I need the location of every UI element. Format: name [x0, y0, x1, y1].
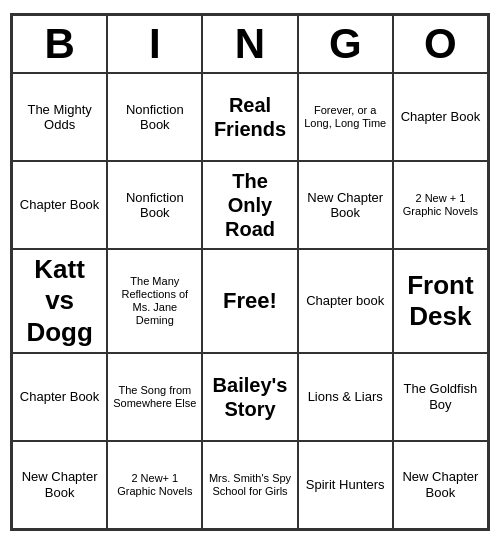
bingo-cell: Bailey's Story — [202, 353, 297, 441]
bingo-row: Katt vs DoggThe Many Reflections of Ms. … — [12, 249, 488, 353]
bingo-cell: 2 New+ 1 Graphic Novels — [107, 441, 202, 529]
header-letter: N — [202, 15, 297, 73]
header-letter: G — [298, 15, 393, 73]
bingo-cell: New Chapter Book — [12, 441, 107, 529]
bingo-grid: The Mighty OddsNonfiction BookReal Frien… — [12, 73, 488, 529]
bingo-cell: Forever, or a Long, Long Time — [298, 73, 393, 161]
bingo-card: BINGO The Mighty OddsNonfiction BookReal… — [10, 13, 490, 531]
bingo-cell: Katt vs Dogg — [12, 249, 107, 353]
bingo-cell: The Many Reflections of Ms. Jane Deming — [107, 249, 202, 353]
bingo-cell: Chapter book — [298, 249, 393, 353]
bingo-cell: Front Desk — [393, 249, 488, 353]
bingo-row: Chapter BookThe Song from Somewhere Else… — [12, 353, 488, 441]
bingo-row: Chapter BookNonfiction BookThe Only Road… — [12, 161, 488, 249]
bingo-cell: Chapter Book — [12, 161, 107, 249]
bingo-cell: 2 New + 1 Graphic Novels — [393, 161, 488, 249]
header-letter: B — [12, 15, 107, 73]
header-letter: I — [107, 15, 202, 73]
bingo-cell: Chapter Book — [393, 73, 488, 161]
bingo-cell: The Mighty Odds — [12, 73, 107, 161]
bingo-header: BINGO — [12, 15, 488, 73]
bingo-cell: The Song from Somewhere Else — [107, 353, 202, 441]
bingo-cell: Mrs. Smith's Spy School for Girls — [202, 441, 297, 529]
bingo-cell: Spirit Hunters — [298, 441, 393, 529]
bingo-cell: New Chapter Book — [393, 441, 488, 529]
bingo-row: The Mighty OddsNonfiction BookReal Frien… — [12, 73, 488, 161]
bingo-cell: Nonfiction Book — [107, 161, 202, 249]
bingo-row: New Chapter Book2 New+ 1 Graphic NovelsM… — [12, 441, 488, 529]
bingo-cell: Lions & Liars — [298, 353, 393, 441]
bingo-cell: The Only Road — [202, 161, 297, 249]
bingo-cell: Chapter Book — [12, 353, 107, 441]
bingo-cell: New Chapter Book — [298, 161, 393, 249]
bingo-cell: Free! — [202, 249, 297, 353]
bingo-cell: Nonfiction Book — [107, 73, 202, 161]
bingo-cell: The Goldfish Boy — [393, 353, 488, 441]
bingo-cell: Real Friends — [202, 73, 297, 161]
header-letter: O — [393, 15, 488, 73]
